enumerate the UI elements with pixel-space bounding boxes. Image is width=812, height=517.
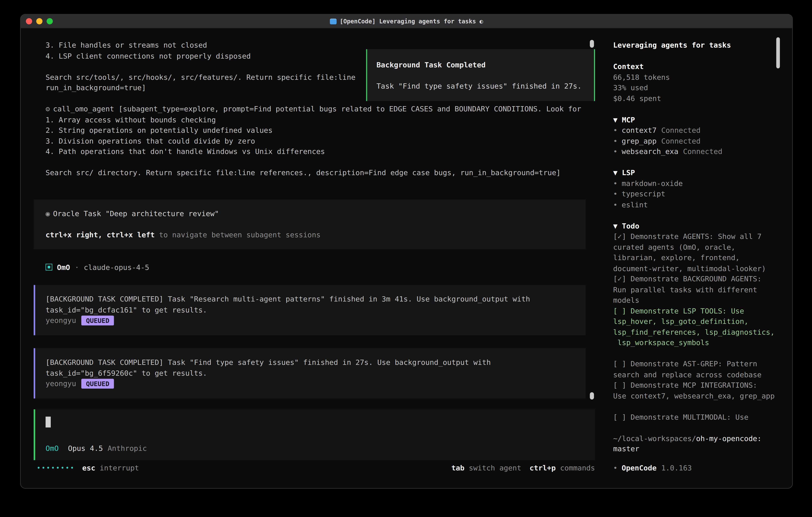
background-task-message: [BACKGROUND TASK COMPLETED] Task "Resear… — [34, 285, 586, 335]
opencode-terminal-window: [OpenCode] Leveraging agents for tasks ◐… — [20, 14, 793, 489]
mcp-item: •websearch_exaConnected — [613, 146, 782, 157]
hint-text: to navigate between subagent sessions — [155, 230, 320, 239]
task-message-line: [BACKGROUND TASK COMPLETED] Task "Resear… — [46, 294, 574, 304]
bullet-icon: • — [613, 147, 617, 155]
mcp-item: •grep_appConnected — [613, 136, 782, 146]
agent-name: OmO — [57, 262, 70, 272]
tool-call-text: call_omo_agent [subagent_type=explore, p… — [53, 105, 581, 113]
close-button[interactable] — [26, 18, 32, 24]
mcp-item: •context7Connected — [613, 125, 782, 136]
tool-call-tail: Search src/ directory. Return specific f… — [34, 167, 605, 178]
lsp-item: •markdown-oxide — [613, 178, 782, 189]
session-sidebar: Leveraging agents for tasks Context 66,5… — [605, 29, 792, 488]
tool-call-item: 3. Division operations that could divide… — [34, 136, 605, 146]
agent-session-header: OmO · claude-opus-4-5 — [34, 262, 605, 272]
context-heading: Context — [613, 61, 782, 72]
tool-call-item: 2. String operations on potentially unde… — [34, 125, 605, 136]
todo-item: [✓] Demonstrate AGENTS: Show all 7 curat… — [613, 231, 782, 274]
toast-title: Background Task Completed — [376, 60, 585, 70]
todo-item: [ ] Demonstrate MCP INTEGRATIONS: Use co… — [613, 380, 782, 401]
todo-section-heading[interactable]: ▼ Todo — [613, 220, 782, 231]
context-spent: $0.46 spent — [613, 93, 782, 104]
bullet-icon: • — [613, 137, 617, 145]
status-bar: •••••••• esc interrupt tab switch agent … — [34, 462, 605, 473]
conversation-pane[interactable]: Background Task Completed Task "Find typ… — [21, 29, 605, 488]
bullet-icon: • — [613, 126, 617, 134]
minimize-button[interactable] — [36, 18, 42, 24]
workspace-branch: master — [613, 445, 639, 453]
tool-call-line: ⚙call_omo_agent [subagent_type=explore, … — [34, 104, 605, 114]
task-user: yeongyu — [46, 378, 76, 389]
text-cursor — [46, 417, 51, 428]
window-titlebar[interactable]: [OpenCode] Leveraging agents for tasks ◐ — [21, 15, 792, 29]
bullet-icon: • — [613, 463, 617, 472]
window-icon — [330, 19, 337, 24]
scrollbar-thumb[interactable] — [590, 40, 594, 48]
agent-model: claude-opus-4-5 — [84, 262, 149, 272]
prompt-input[interactable]: OmO Opus 4.5 Anthropic — [34, 409, 595, 460]
navigation-hint: ctrl+x right, ctrl+x left to navigate be… — [46, 229, 574, 240]
workspace-project: oh-my-opencode: — [696, 434, 762, 442]
background-task-toast: Background Task Completed Task "Find typ… — [366, 49, 595, 101]
input-provider-name: Anthropic — [108, 443, 147, 454]
window-title: [OpenCode] Leveraging agents for tasks ◐ — [340, 15, 483, 28]
switch-agent-hint: tab switch agent — [452, 462, 521, 473]
mcp-section-heading[interactable]: ▼ MCP — [613, 114, 782, 125]
app-version: 1.0.163 — [661, 463, 692, 472]
bullet-icon: • — [613, 190, 617, 198]
queued-badge: QUEUED — [81, 316, 114, 325]
todo-item: [ ] Demonstrate LSP TOOLS: Use lsp_hover… — [613, 305, 782, 348]
queued-badge: QUEUED — [81, 379, 114, 388]
mcp-section: ▼ MCP •context7Connected •grep_appConnec… — [613, 114, 782, 157]
input-agent-name: OmO — [46, 443, 59, 454]
task-user: yeongyu — [46, 315, 76, 326]
bullet-icon: • — [613, 179, 617, 187]
bullet-icon: • — [613, 200, 617, 209]
commands-hint: ctrl+p commands — [529, 462, 595, 473]
task-message-line: task_id="bg_dcfac161" to get results. — [46, 304, 574, 315]
lsp-section-heading[interactable]: ▼ LSP — [613, 167, 782, 178]
context-used: 33% used — [613, 82, 782, 93]
separator-dot: · — [75, 262, 79, 272]
session-title: Leveraging agents for tasks — [613, 40, 782, 51]
todo-item: [ ] Demonstrate MULTIMODAL: Use — [613, 412, 782, 422]
sidebar-scrollbar-thumb[interactable] — [776, 37, 780, 69]
app-version-footer: •OpenCode1.0.163 — [613, 462, 782, 473]
desktop: [OpenCode] Leveraging agents for tasks ◐… — [0, 0, 812, 517]
input-meta: OmO Opus 4.5 Anthropic — [46, 443, 583, 454]
task-message-line: task_id="bg_6f59260c" to get results. — [46, 368, 574, 378]
app-name: OpenCode — [621, 463, 657, 472]
context-section: Context 66,518 tokens 33% used $0.46 spe… — [613, 61, 782, 104]
workspace-path: ~/local-workspaces/oh-my-opencode: maste… — [613, 433, 782, 454]
lsp-item: •eslint — [613, 199, 782, 210]
interrupt-hint: esc interrupt — [82, 462, 139, 473]
oracle-task-title: ◉Oracle Task "Deep architecture review" — [46, 208, 574, 219]
oracle-task-panel: ◉Oracle Task "Deep architecture review" … — [34, 199, 586, 249]
agent-square-icon — [46, 264, 52, 271]
toast-body: Task "Find type safety issues" finished … — [376, 81, 585, 91]
spinner-dots-icon: •••••••• — [37, 462, 75, 473]
background-task-message: [BACKGROUND TASK COMPLETED] Task "Find t… — [34, 348, 586, 399]
lsp-section: ▼ LSP •markdown-oxide •typescript •eslin… — [613, 167, 782, 210]
context-tokens: 66,518 tokens — [613, 72, 782, 82]
zoom-button[interactable] — [47, 18, 53, 24]
traffic-lights — [26, 15, 53, 28]
log-line: 3. File handles or streams not closed — [34, 40, 605, 51]
hint-keys: ctrl+x right, ctrl+x left — [46, 230, 155, 239]
gear-icon: ⚙ — [46, 105, 50, 113]
todo-item: [✓] Demonstrate BACKGROUND AGENTS: Run p… — [613, 273, 782, 305]
task-message-line: [BACKGROUND TASK COMPLETED] Task "Find t… — [46, 357, 574, 368]
record-icon: ◉ — [46, 209, 50, 217]
todo-section: ▼ Todo [✓] Demonstrate AGENTS: Show all … — [613, 220, 782, 423]
scrollbar-thumb[interactable] — [590, 392, 594, 400]
workspace-dir: ~/local-workspaces/ — [613, 434, 696, 442]
tool-call-item: 1. Array access without bounds checking — [34, 114, 605, 125]
todo-item: [ ] Demonstrate AST-GREP: Pattern search… — [613, 359, 782, 380]
input-model-name: Opus 4.5 — [68, 443, 103, 454]
tool-call-item: 4. Path operations that don't handle Win… — [34, 146, 605, 157]
lsp-item: •typescript — [613, 189, 782, 199]
